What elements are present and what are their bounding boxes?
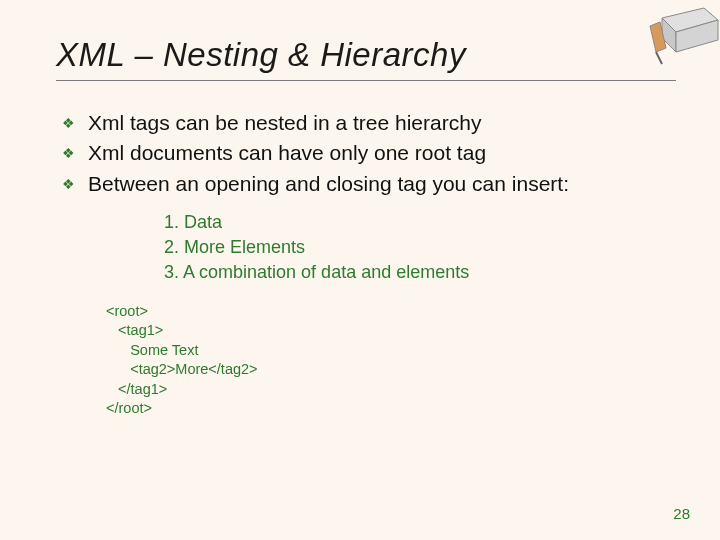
code-line: <tag1>: [106, 322, 163, 338]
slide: XML – Nesting & Hierarchy ❖ Xml tags can…: [0, 0, 720, 540]
bullet-item: ❖ Xml tags can be nested in a tree hiera…: [62, 109, 672, 139]
bullet-item: ❖ Between an opening and closing tag you…: [62, 170, 672, 200]
diamond-bullet-icon: ❖: [62, 170, 88, 194]
numbered-sublist: Data More Elements A combination of data…: [164, 210, 672, 286]
diamond-bullet-icon: ❖: [62, 139, 88, 163]
diamond-bullet-icon: ❖: [62, 109, 88, 133]
decorative-brick-icon: [642, 0, 720, 66]
svg-line-4: [656, 52, 662, 64]
bullet-item: ❖ Xml documents can have only one root t…: [62, 139, 672, 169]
slide-title: XML – Nesting & Hierarchy: [56, 36, 672, 74]
page-number: 28: [673, 505, 690, 522]
bullet-text: Between an opening and closing tag you c…: [88, 170, 569, 198]
code-line: <tag2>More</tag2>: [106, 361, 258, 377]
title-underline: [56, 80, 676, 81]
sublist-item: More Elements: [164, 235, 672, 260]
bullet-list: ❖ Xml tags can be nested in a tree hiera…: [62, 109, 672, 200]
code-line: Some Text: [106, 342, 198, 358]
sublist-item: A combination of data and elements: [164, 260, 672, 285]
sublist-item: Data: [164, 210, 672, 235]
bullet-text: Xml documents can have only one root tag: [88, 139, 486, 167]
code-block: <root> <tag1> Some Text <tag2>More</tag2…: [106, 302, 672, 419]
bullet-text: Xml tags can be nested in a tree hierarc…: [88, 109, 481, 137]
code-line: </tag1>: [106, 381, 167, 397]
code-line: </root>: [106, 400, 152, 416]
code-line: <root>: [106, 303, 148, 319]
